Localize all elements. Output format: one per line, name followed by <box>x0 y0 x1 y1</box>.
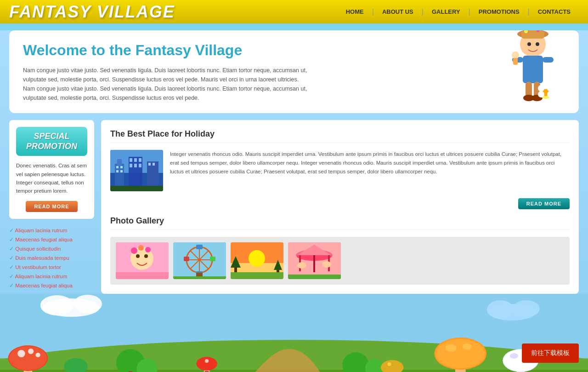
list-item: Quisque sollicitudin <box>9 244 94 253</box>
svg-point-117 <box>513 300 540 317</box>
article-read-more-button[interactable]: READ MORE <box>518 198 570 209</box>
svg-rect-41 <box>139 164 141 167</box>
sidebar-link-4[interactable]: Duis malesuada tempu <box>15 255 69 261</box>
svg-rect-38 <box>139 158 141 162</box>
svg-rect-13 <box>543 57 554 63</box>
svg-point-113 <box>40 295 74 315</box>
download-button[interactable]: 前往下载模板 <box>522 343 579 363</box>
svg-point-49 <box>144 254 148 258</box>
bottom-decorations: 访问四号社区bbs.xienlao.com免费下载更多内容 <box>0 294 588 372</box>
gallery-section: Photo Gallery <box>110 216 570 285</box>
hero-section: Welcome to the Fantasy Village Nam congu… <box>9 30 579 113</box>
article-body: Integer venenatis rhoncus odio. Mauris s… <box>170 150 570 191</box>
gallery-thumb-4[interactable] <box>288 242 341 279</box>
list-item: Ut vestibulum tortor <box>9 263 94 272</box>
gallery-thumb-3[interactable] <box>231 242 283 279</box>
gallery-img-3-svg <box>231 242 283 279</box>
character-svg <box>496 30 570 113</box>
svg-point-119 <box>196 357 217 371</box>
svg-point-124 <box>387 362 391 366</box>
nav-links: HOME | ABOUT US | GALLERY | PROMOTIONS |… <box>338 5 579 19</box>
article-row: Integer venenatis rhoncus odio. Mauris s… <box>110 150 570 191</box>
gallery-grid <box>110 237 570 285</box>
svg-point-120 <box>205 359 209 363</box>
gallery-thumb-1[interactable] <box>116 242 169 279</box>
bottom-svg <box>0 294 588 372</box>
logo: FANTASY VILLAGE <box>9 2 175 22</box>
sidebar-links: Aliquam lacinia rutrum Maecenas feugiat … <box>9 226 94 290</box>
nav-contacts[interactable]: CONTACTS <box>530 5 579 19</box>
svg-point-25 <box>538 91 544 97</box>
svg-point-99 <box>462 343 472 350</box>
read-more-area: READ MORE <box>110 198 570 209</box>
svg-point-52 <box>145 247 151 252</box>
svg-point-80 <box>297 262 306 269</box>
gallery-thumb-2[interactable] <box>173 242 226 279</box>
sidebar-link-6[interactable]: Aliquam lacinia rutrum <box>15 274 68 279</box>
svg-point-68 <box>249 250 265 267</box>
svg-point-18 <box>512 52 519 59</box>
nav-gallery[interactable]: GALLERY <box>424 5 469 19</box>
svg-rect-45 <box>110 186 163 191</box>
promo-box: SPECIAL PROMOTION Donec venenatis. Cras … <box>9 120 94 219</box>
svg-point-24 <box>547 91 554 97</box>
hero-title: Welcome to the Fantasy Village <box>23 42 565 59</box>
svg-point-26 <box>538 85 544 92</box>
gallery-img-4-svg <box>288 242 341 279</box>
article-img-svg <box>110 150 163 191</box>
article-image <box>110 150 163 191</box>
sidebar-link-2[interactable]: Maecenas feugiat aliqua <box>15 237 73 242</box>
list-item: Aliquam lacinia rutrum <box>9 272 94 281</box>
svg-point-10 <box>536 42 539 46</box>
svg-point-116 <box>487 300 514 319</box>
svg-point-91 <box>28 349 34 354</box>
sidebar-link-1[interactable]: Aliquam lacinia rutrum <box>15 228 68 233</box>
svg-rect-43 <box>148 163 151 166</box>
svg-point-90 <box>17 350 25 357</box>
svg-point-48 <box>136 254 140 258</box>
svg-point-89 <box>9 346 47 370</box>
content-row: SPECIAL PROMOTION Donec venenatis. Cras … <box>9 120 579 294</box>
svg-point-98 <box>445 344 457 352</box>
article-title: The Best Place for Holiday <box>110 129 570 143</box>
nav-promotions[interactable]: PROMOTIONS <box>470 5 528 19</box>
svg-rect-40 <box>134 164 137 167</box>
list-item: Duis malesuada tempu <box>9 253 94 263</box>
svg-rect-19 <box>513 58 518 65</box>
sky-background: 🦋 🦋 Welcome to the Fantasy Village Nam c… <box>0 30 588 372</box>
svg-rect-11 <box>523 56 543 83</box>
sidebar-link-7[interactable]: Maecenas feugiat aliqua <box>15 283 73 288</box>
svg-rect-73 <box>231 272 283 279</box>
logo-text: FANTASY VILLAGE <box>9 2 175 21</box>
promo-badge: SPECIAL PROMOTION <box>16 127 87 156</box>
gallery-img-1-svg <box>116 242 169 279</box>
sidebar-link-3[interactable]: Quisque sollicitudin <box>15 246 61 252</box>
svg-rect-62 <box>184 257 189 261</box>
svg-point-50 <box>131 247 137 254</box>
sidebar: SPECIAL PROMOTION Donec venenatis. Cras … <box>9 120 94 294</box>
svg-point-114 <box>74 295 102 313</box>
svg-point-81 <box>322 261 331 268</box>
sidebar-link-5[interactable]: Ut vestibulum tortor <box>15 264 61 270</box>
svg-rect-60 <box>196 245 203 249</box>
svg-point-51 <box>138 245 144 251</box>
svg-rect-44 <box>153 163 155 166</box>
nav-home[interactable]: HOME <box>338 5 372 19</box>
svg-rect-33 <box>116 170 119 172</box>
hero-character <box>496 30 570 113</box>
svg-rect-63 <box>210 257 215 261</box>
svg-rect-30 <box>117 159 122 166</box>
gallery-img-2-svg <box>173 242 226 279</box>
svg-rect-31 <box>116 166 119 168</box>
nav-about[interactable]: ABOUT US <box>374 5 422 19</box>
promo-description: Donec venenatis. Cras at sem vel sapien … <box>16 161 87 195</box>
sidebar-read-more-button[interactable]: READ MORE <box>26 201 77 212</box>
main-content: The Best Place for Holiday <box>101 120 579 294</box>
svg-rect-39 <box>130 164 132 167</box>
svg-point-97 <box>436 339 485 368</box>
svg-rect-32 <box>120 166 123 168</box>
svg-rect-83 <box>288 275 341 279</box>
svg-rect-36 <box>130 158 132 162</box>
hero-text: Nam congue justo vitae justo. Sed venena… <box>23 66 308 103</box>
nav-bar: FANTASY VILLAGE HOME | ABOUT US | GALLER… <box>0 0 588 23</box>
